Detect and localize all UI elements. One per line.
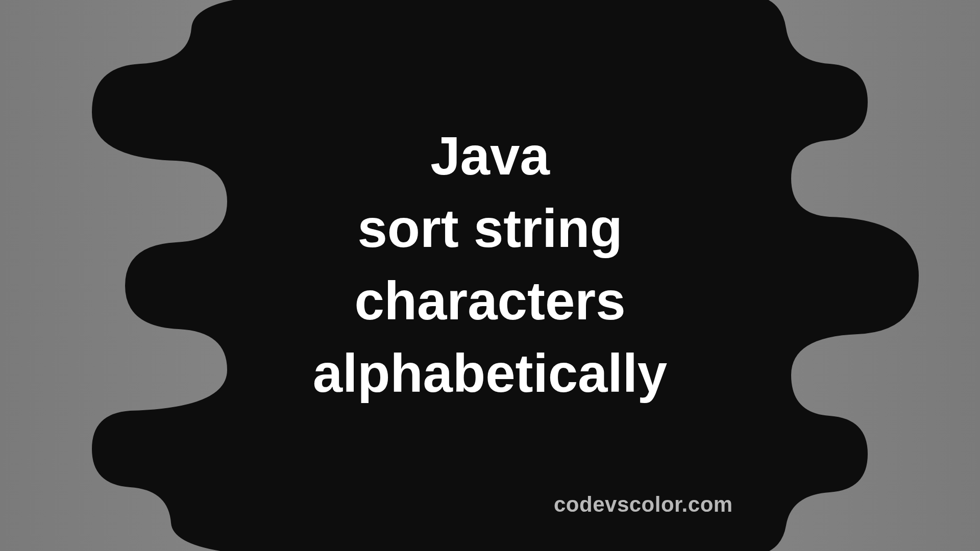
title-block: Java sort string characters alphabetical…	[313, 120, 667, 409]
watermark-label: codevscolor.com	[554, 492, 733, 517]
banner-canvas: Java sort string characters alphabetical…	[0, 0, 980, 551]
banner-title: Java sort string characters alphabetical…	[313, 120, 667, 409]
